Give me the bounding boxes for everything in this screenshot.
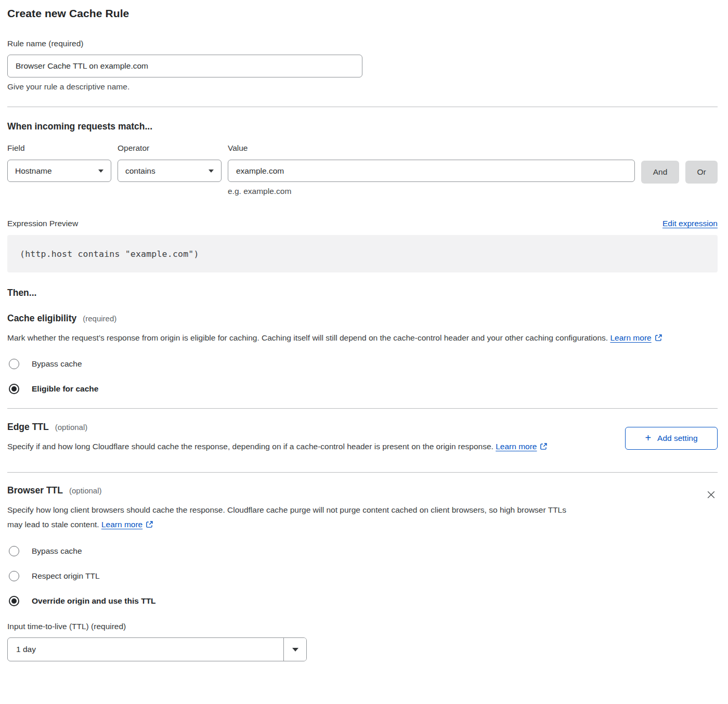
or-button[interactable]: Or: [685, 161, 718, 184]
field-column: Field Hostname: [7, 144, 111, 182]
browser-ttl-section: Browser TTL (optional) Specify how long …: [7, 485, 718, 533]
rule-name-helper: Give your rule a descriptive name.: [7, 82, 718, 92]
radio-button-icon: [9, 384, 19, 394]
required-badge: (required): [83, 314, 116, 323]
radio-label: Respect origin TTL: [32, 571, 100, 581]
field-label: Field: [7, 144, 111, 153]
radio-button-icon: [9, 359, 19, 369]
radio-label: Bypass cache: [32, 359, 82, 369]
then-heading: Then...: [7, 288, 718, 298]
value-input[interactable]: [228, 160, 635, 182]
learn-more-label: Learn more: [101, 520, 142, 529]
cache-eligibility-header: Cache eligibility (required): [7, 313, 718, 324]
edge-ttl-description: Specify if and how long Cloudflare shoul…: [7, 439, 548, 455]
ttl-select-caret-segment[interactable]: [283, 638, 306, 661]
add-setting-label: Add setting: [657, 434, 698, 443]
cache-eligibility-section: Cache eligibility (required) Mark whethe…: [7, 313, 718, 394]
radio-label: Bypass cache: [32, 546, 82, 556]
operator-column: Operator contains: [118, 144, 222, 182]
browser-ttl-learn-more-link[interactable]: Learn more: [101, 520, 153, 529]
edge-ttl-learn-more-link[interactable]: Learn more: [496, 442, 548, 451]
learn-more-label: Learn more: [496, 442, 537, 451]
cache-eligibility-description: Mark whether the request’s response from…: [7, 331, 701, 346]
radio-label: Override origin and use this TTL: [32, 596, 156, 606]
radio-button-icon: [9, 571, 19, 581]
edge-ttl-header: Edge TTL (optional): [7, 422, 548, 433]
expression-preview-label: Expression Preview: [7, 219, 78, 228]
radio-button-icon: [9, 596, 19, 606]
field-select-value: Hostname: [15, 166, 52, 176]
field-select[interactable]: Hostname: [7, 160, 111, 182]
operator-select[interactable]: contains: [118, 160, 222, 182]
edge-ttl-section: Edge TTL (optional) Specify if and how l…: [7, 422, 718, 455]
cache-eligibility-radio-group: Bypass cache Eligible for cache: [7, 359, 718, 394]
chevron-down-icon: [292, 648, 298, 651]
radio-label: Eligible for cache: [32, 384, 98, 394]
add-setting-button[interactable]: + Add setting: [625, 427, 718, 450]
edge-ttl-content: Edge TTL (optional) Specify if and how l…: [7, 422, 548, 455]
section-divider: [7, 472, 718, 473]
edit-expression-link[interactable]: Edit expression: [662, 219, 718, 228]
expression-code: (http.host contains "example.com"): [20, 249, 199, 259]
external-link-icon: [540, 440, 548, 455]
optional-badge: (optional): [69, 486, 102, 495]
external-link-icon: [146, 518, 153, 533]
section-divider: [7, 107, 718, 107]
browser-ttl-title: Browser TTL: [7, 485, 63, 496]
radio-eligible-for-cache[interactable]: Eligible for cache: [7, 384, 718, 394]
browser-ttl-content: Browser TTL (optional) Specify how long …: [7, 485, 569, 533]
value-label: Value: [228, 144, 635, 153]
ttl-select-value: 1 day: [8, 638, 283, 661]
page-title: Create new Cache Rule: [7, 7, 718, 20]
browser-ttl-description: Specify how long client browsers should …: [7, 503, 569, 533]
rule-name-label: Rule name (required): [7, 39, 83, 48]
browser-ttl-radio-group: Bypass cache Respect origin TTL Override…: [7, 546, 718, 606]
and-button[interactable]: And: [641, 161, 679, 184]
rule-name-section: Rule name (required) Give your rule a de…: [7, 39, 718, 92]
close-icon[interactable]: [705, 488, 718, 503]
cache-eligibility-description-text: Mark whether the request’s response from…: [7, 333, 608, 342]
chevron-down-icon: [209, 170, 214, 173]
section-divider: [7, 408, 718, 409]
expression-code-block: (http.host contains "example.com"): [7, 235, 718, 272]
ttl-input-label: Input time-to-live (TTL) (required): [7, 622, 718, 631]
browser-ttl-header: Browser TTL (optional): [7, 485, 569, 496]
edge-ttl-title: Edge TTL: [7, 422, 49, 433]
browser-ttl-description-text: Specify how long client browsers should …: [7, 505, 566, 529]
radio-respect-origin-ttl[interactable]: Respect origin TTL: [7, 571, 718, 581]
cache-eligibility-title: Cache eligibility: [7, 313, 76, 324]
match-condition-row: Field Hostname Operator contains Value e…: [7, 144, 718, 196]
external-link-icon: [655, 332, 662, 346]
value-column: Value e.g. example.com: [228, 144, 635, 196]
operator-label: Operator: [118, 144, 222, 153]
plus-icon: +: [645, 433, 651, 443]
radio-bypass-cache[interactable]: Bypass cache: [7, 546, 718, 556]
create-cache-rule-form: Create new Cache Rule Rule name (require…: [0, 0, 728, 661]
value-helper: e.g. example.com: [228, 187, 635, 196]
radio-button-icon: [9, 546, 19, 556]
rule-name-input[interactable]: [7, 55, 362, 77]
radio-bypass-cache[interactable]: Bypass cache: [7, 359, 718, 369]
edge-ttl-description-text: Specify if and how long Cloudflare shoul…: [7, 442, 493, 451]
expression-preview-header: Expression Preview Edit expression: [7, 219, 718, 228]
match-heading: When incoming requests match...: [7, 121, 718, 132]
chevron-down-icon: [98, 170, 103, 173]
optional-badge: (optional): [55, 423, 88, 432]
cache-eligibility-learn-more-link[interactable]: Learn more: [610, 333, 662, 342]
learn-more-label: Learn more: [610, 333, 651, 342]
operator-select-value: contains: [125, 166, 155, 176]
radio-override-origin-ttl[interactable]: Override origin and use this TTL: [7, 596, 718, 606]
ttl-select[interactable]: 1 day: [7, 637, 307, 661]
